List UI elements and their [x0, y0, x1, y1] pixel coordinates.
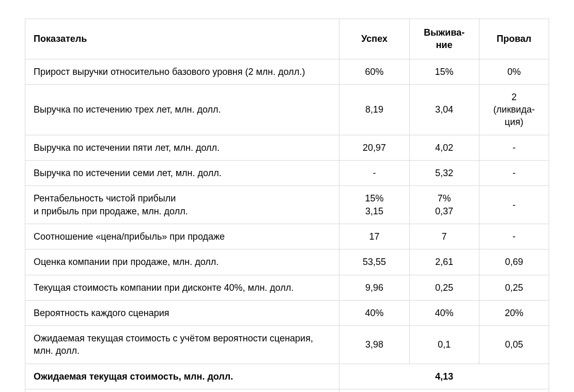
row-label: Рентабельность чистой прибыли и прибыль …: [25, 186, 339, 224]
cell-survival: 0,1: [409, 326, 479, 364]
cell-failure: 0%: [479, 59, 549, 84]
cell-failure: 0,25: [479, 275, 549, 300]
cell-failure: 0,69: [479, 249, 549, 275]
cell-failure: -: [479, 135, 549, 160]
header-failure: Провал: [479, 19, 549, 59]
cell-success: 15% 3,15: [339, 186, 409, 224]
row-label: Прирост выручки относительно базового ур…: [25, 59, 339, 84]
cell-failure: -: [479, 186, 549, 224]
summary-label: Ожидаемая текущая стоимость, млн. долл.: [25, 364, 339, 389]
row-label: Соотношение «цена/прибыль» при продаже: [25, 224, 339, 249]
cell-success: 20,97: [339, 135, 409, 160]
cell-survival: 40%: [409, 300, 479, 325]
cell-success: 53,55: [339, 249, 409, 275]
table-row: Ожидаемая текущая стоимость с учётом вер…: [25, 326, 549, 364]
cell-survival: 4,02: [409, 135, 479, 160]
header-survival: Выжива- ние: [409, 19, 479, 59]
table-row: Оценка компании при продаже, млн. долл.5…: [25, 249, 549, 275]
cell-success: 8,19: [339, 84, 409, 135]
table-row: Прирост выручки относительно базового ур…: [25, 59, 549, 84]
table-row: Вероятность каждого сценария40%40%20%: [25, 300, 549, 325]
cell-failure: 0,05: [479, 326, 549, 364]
cell-survival: 7% 0,37: [409, 186, 479, 224]
financial-scenario-table: Показатель Успех Выжива- ние Провал Прир…: [25, 19, 549, 392]
summary-label: Требуемая доля инвестора при условии вло…: [25, 389, 339, 392]
row-label: Ожидаемая текущая стоимость с учётом вер…: [25, 326, 339, 364]
cell-failure: 2 (ликвида- ция): [479, 84, 549, 135]
header-success: Успех: [339, 19, 409, 59]
table-row: Выручка по истечении семи лет, млн. долл…: [25, 161, 549, 186]
row-label: Вероятность каждого сценария: [25, 300, 339, 325]
header-indicator: Показатель: [25, 19, 339, 59]
cell-failure: -: [479, 224, 549, 249]
table-body: Прирост выручки относительно базового ур…: [25, 59, 549, 392]
cell-survival: 7: [409, 224, 479, 249]
table-row: Рентабельность чистой прибыли и прибыль …: [25, 186, 549, 224]
cell-failure: 20%: [479, 300, 549, 325]
summary-value: 60,5%: [339, 389, 549, 392]
cell-success: 40%: [339, 300, 409, 325]
summary-row: Требуемая доля инвестора при условии вло…: [25, 389, 549, 392]
cell-success: -: [339, 161, 409, 186]
table-row: Текущая стоимость компании при дисконте …: [25, 275, 549, 300]
row-label: Выручка по истечению трех лет, млн. долл…: [25, 84, 339, 135]
table-header-row: Показатель Успех Выжива- ние Провал: [25, 19, 549, 59]
summary-value: 4,13: [339, 364, 549, 389]
table-row: Выручка по истечению трех лет, млн. долл…: [25, 84, 549, 135]
row-label: Оценка компании при продаже, млн. долл.: [25, 249, 339, 275]
cell-survival: 0,25: [409, 275, 479, 300]
table-row: Выручка по истечении пяти лет, млн. долл…: [25, 135, 549, 160]
cell-success: 17: [339, 224, 409, 249]
cell-success: 9,96: [339, 275, 409, 300]
row-label: Текущая стоимость компании при дисконте …: [25, 275, 339, 300]
cell-survival: 15%: [409, 59, 479, 84]
table-row: Соотношение «цена/прибыль» при продаже17…: [25, 224, 549, 249]
row-label: Выручка по истечении пяти лет, млн. долл…: [25, 135, 339, 160]
cell-survival: 3,04: [409, 84, 479, 135]
cell-survival: 5,32: [409, 161, 479, 186]
cell-failure: -: [479, 161, 549, 186]
cell-survival: 2,61: [409, 249, 479, 275]
row-label: Выручка по истечении семи лет, млн. долл…: [25, 161, 339, 186]
cell-success: 3,98: [339, 326, 409, 364]
cell-success: 60%: [339, 59, 409, 84]
summary-row: Ожидаемая текущая стоимость, млн. долл.4…: [25, 364, 549, 389]
